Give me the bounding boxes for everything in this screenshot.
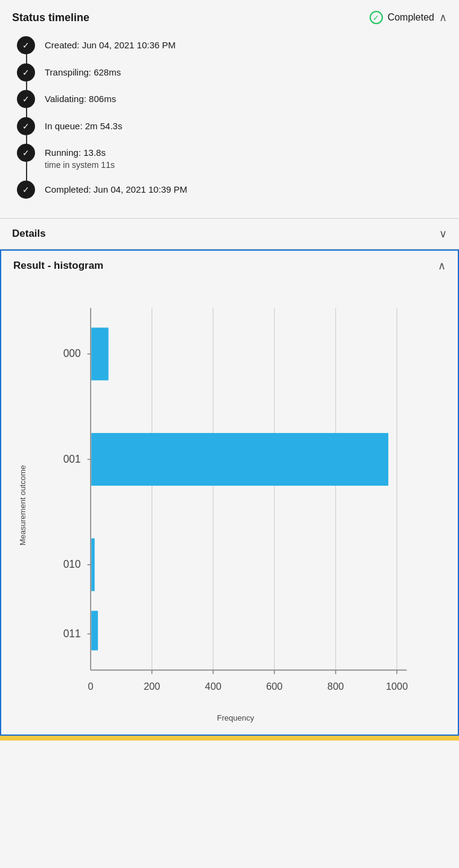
timeline-check-icon: ✓	[17, 181, 35, 199]
bar-010	[91, 538, 94, 591]
x-axis-label: Frequency	[31, 710, 440, 722]
x-tick-400: 400	[205, 681, 221, 692]
timeline-item: ✓ Created: Jun 04, 2021 10:36 PM	[17, 36, 447, 63]
timeline-check-icon: ✓	[17, 90, 35, 108]
details-collapse-button[interactable]: Details ∨	[12, 227, 447, 240]
details-chevron-icon: ∨	[439, 227, 447, 240]
y-tick-011: 011	[63, 628, 81, 640]
x-tick-1000: 1000	[386, 681, 408, 692]
histogram-section: Result - histogram ∧ Measurement outcome	[0, 249, 459, 736]
status-timeline-section: Status timeline ✓ Completed ∧ ✓ Created:…	[0, 0, 459, 218]
x-tick-0: 0	[88, 681, 94, 692]
timeline-item: ✓ Validating: 806ms	[17, 90, 447, 117]
timeline-item: ✓ Completed: Jun 04, 2021 10:39 PM	[17, 181, 447, 208]
timeline-subtext-running: time in system 11s	[45, 160, 447, 170]
timeline-check-icon: ✓	[17, 144, 35, 162]
bar-000	[91, 327, 108, 380]
timeline-check-icon: ✓	[17, 36, 35, 54]
status-badge: ✓ Completed ∧	[370, 11, 447, 24]
timeline-text-inqueue: In queue: 2m 54.3s	[45, 120, 447, 133]
timeline-text-running: Running: 13.8s	[45, 146, 447, 160]
timeline-check-icon: ✓	[17, 117, 35, 135]
section-header: Status timeline ✓ Completed ∧	[12, 11, 447, 24]
bottom-bar	[0, 736, 459, 741]
y-tick-001: 001	[63, 453, 81, 465]
y-tick-010: 010	[63, 558, 81, 570]
timeline-text-created: Created: Jun 04, 2021 10:36 PM	[45, 39, 447, 53]
y-axis-label: Measurement outcome	[18, 465, 27, 545]
status-label: Completed	[388, 12, 434, 23]
x-tick-200: 200	[144, 681, 160, 692]
x-tick-600: 600	[266, 681, 283, 692]
timeline-text-completed: Completed: Jun 04, 2021 10:39 PM	[45, 183, 447, 197]
completed-check-icon: ✓	[370, 11, 383, 24]
histogram-collapse-button[interactable]: Result - histogram ∧	[13, 259, 446, 272]
timeline-item: ✓ Running: 13.8s time in system 11s	[17, 144, 447, 181]
main-container: Status timeline ✓ Completed ∧ ✓ Created:…	[0, 0, 459, 741]
timeline: ✓ Created: Jun 04, 2021 10:36 PM ✓ Trans…	[12, 36, 447, 207]
histogram-title: Result - histogram	[13, 260, 103, 272]
y-tick-000: 000	[63, 347, 81, 359]
chart-container: Measurement outcome	[13, 282, 446, 735]
timeline-text-transpiling: Transpiling: 628ms	[45, 66, 447, 80]
chart-inner: 000 001 010 011 0 200 400 600	[31, 288, 440, 722]
y-axis-label-container: Measurement outcome	[13, 288, 31, 722]
bar-001	[91, 433, 388, 486]
timeline-item: ✓ Transpiling: 628ms	[17, 63, 447, 91]
x-tick-800: 800	[327, 681, 344, 692]
status-timeline-title: Status timeline	[12, 11, 89, 24]
timeline-text-validating: Validating: 806ms	[45, 92, 447, 106]
details-title: Details	[12, 228, 46, 240]
timeline-check-icon: ✓	[17, 63, 35, 82]
timeline-item: ✓ In queue: 2m 54.3s	[17, 117, 447, 144]
histogram-chart: 000 001 010 011 0 200 400 600	[31, 288, 440, 710]
chart-wrapper: Measurement outcome	[13, 288, 440, 722]
histogram-chevron-icon: ∧	[438, 259, 446, 272]
bar-011	[91, 611, 98, 650]
timeline-collapse-button[interactable]: ∧	[439, 11, 447, 24]
details-section: Details ∨	[0, 219, 459, 249]
